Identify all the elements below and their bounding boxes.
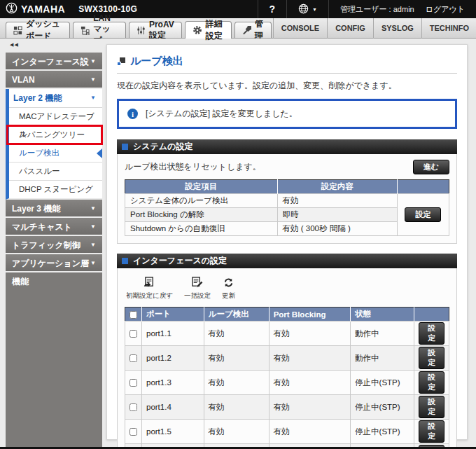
reset-document-icon <box>143 277 156 291</box>
reset-to-default-label: 初期設定に戻す <box>126 291 173 301</box>
row-setting-button[interactable]: 設定 <box>419 396 444 418</box>
system-section-header: システムの設定 <box>117 139 457 154</box>
row-checkbox[interactable] <box>130 354 137 362</box>
port-name: port1.1 <box>142 322 204 346</box>
row-setting-button[interactable]: 設定 <box>419 322 444 345</box>
tab-lanmap[interactable]: LANマップ <box>73 22 126 38</box>
page-description: 現在の設定内容を表示しています。設定の追加、変更、削除ができます。 <box>117 80 457 92</box>
loop-value: 有効 <box>204 371 269 395</box>
info-icon: i <box>127 109 138 119</box>
row-setting-button[interactable]: 設定 <box>419 347 444 369</box>
proceed-button[interactable]: 進む <box>413 160 449 174</box>
system-setting-button[interactable]: 設定 <box>405 207 441 222</box>
chevron-down-icon: ▼ <box>90 254 96 272</box>
row-setting-button[interactable]: 設定 <box>419 420 444 443</box>
row-checkbox[interactable] <box>130 428 137 436</box>
content-panel: ループ検出 現在の設定内容を表示しています。設定の追加、変更、削除ができます。 … <box>106 44 468 440</box>
refresh-icon <box>223 277 234 291</box>
sidebar-item-passthrough[interactable]: パススルー <box>9 162 102 180</box>
col-status: 状態 <box>351 308 414 322</box>
sidebar-group-layer3-label: Layer 3 機能 <box>12 204 60 214</box>
tab-dashboard[interactable]: ダッシュボード <box>6 22 70 38</box>
syslog-link[interactable]: SYSLOG <box>373 18 421 39</box>
chevron-down-icon: ▼ <box>312 7 317 12</box>
help-button[interactable]: ? <box>270 4 276 15</box>
row-checkbox[interactable] <box>130 403 137 411</box>
yamaha-logo-icon <box>6 2 18 17</box>
port-name: port1.5 <box>142 420 204 444</box>
language-selector[interactable]: ▼ <box>298 4 317 15</box>
tab-advanced-label: 詳細設定 <box>206 18 224 42</box>
page-title-text: ループ検出 <box>130 55 183 68</box>
gear-icon <box>192 25 202 35</box>
port-name: port1.4 <box>142 395 204 420</box>
page-title-squares-icon <box>117 57 125 66</box>
sidebar-group-interface[interactable]: インターフェース設定 ▼ <box>6 53 102 71</box>
row-checkbox[interactable] <box>130 330 137 338</box>
select-all-cell <box>125 308 142 322</box>
table-row: port1.5 有効 有効 停止中(STP) 設定 <box>125 420 449 444</box>
user-segment: 管理ユーザー : admin ログアウト <box>328 0 476 18</box>
sidebar-group-vlan[interactable]: VLAN ▼ <box>6 71 102 89</box>
config-link[interactable]: CONFIG <box>327 18 373 39</box>
sidebar-group-traffic[interactable]: トラフィック制御 ▼ <box>6 236 102 254</box>
page-body: ◀◀ インターフェース設定 ▼ VLAN ▼ Layer 2 機能 ▼ MACア… <box>0 39 476 447</box>
logout-link[interactable]: ログアウト <box>426 4 465 15</box>
reset-to-default-button[interactable]: 初期設定に戻す <box>126 277 173 301</box>
sidebar-collapse-button[interactable]: ◀◀ <box>10 42 19 48</box>
sidebar-item-passthrough-label: パススルー <box>19 167 60 175</box>
chevron-down-icon: ▼ <box>90 200 96 218</box>
dashboard-icon <box>13 26 22 35</box>
main-tab-bar: ダッシュボード LANマップ ProAV設定 詳細設定 管 理 <box>0 18 476 39</box>
blocking-value: 有効 <box>269 371 350 395</box>
page-title: ループ検出 <box>117 55 457 74</box>
table-row: port1.2 有効 有効 動作中 設定 <box>125 346 449 371</box>
interface-section-title: インターフェースの設定 <box>133 255 227 267</box>
refresh-button[interactable]: 更新 <box>222 277 235 301</box>
col-actions <box>414 308 449 322</box>
sidebar-item-dhcp-snooping[interactable]: DHCP スヌーピング <box>9 180 102 198</box>
sidebar-group-multicast[interactable]: マルチキャスト ▼ <box>6 218 102 236</box>
system-loop-detection-value: 有効 <box>277 194 397 208</box>
chevron-down-icon: ▼ <box>90 71 96 89</box>
system-section-title: システムの設定 <box>133 141 192 153</box>
interface-table: ポート ループ検出 Port Blocking 状態 port1.1 有効 有効… <box>125 307 449 449</box>
system-section-body: ループ検出状態をリセットします。 進む 設定項目 設定内容 システム全体のループ… <box>117 154 457 244</box>
interface-section-body: 初期設定に戻す 一括設定 更新 <box>117 268 457 449</box>
batch-setting-label: 一括設定 <box>184 291 211 301</box>
interface-section-header: インターフェースの設定 <box>117 254 457 268</box>
tab-proav[interactable]: ProAV設定 <box>129 22 182 38</box>
sidebar-group-application-label: アプリケーション層機能 <box>12 258 89 286</box>
loop-reset-row: ループ検出状態をリセットします。 進む <box>125 160 449 174</box>
sidebar-item-mac-address-table[interactable]: MACアドレステーブル <box>9 107 102 125</box>
console-link[interactable]: CONSOLE <box>273 18 327 39</box>
quick-links: CONSOLE CONFIG SYSLOG TECHINFO <box>273 18 472 38</box>
sidebar-group-application[interactable]: アプリケーション層機能 ▼ <box>6 254 102 272</box>
row-checkbox[interactable] <box>130 379 137 387</box>
col-setting-item: 設定項目 <box>125 180 278 194</box>
lanmap-icon <box>80 26 90 35</box>
status-value: 停止中(STP) <box>351 420 414 444</box>
info-alert-text: [システムの設定] 設定を変更しました。 <box>146 108 298 120</box>
tab-advanced-settings[interactable]: 詳細設定 <box>185 21 232 39</box>
status-value: 動作中 <box>351 346 414 371</box>
col-port-blocking: Port Blocking <box>269 308 350 322</box>
system-setting-cell: 設定 <box>397 194 449 236</box>
interface-toolbar: 初期設定に戻す 一括設定 更新 <box>126 277 449 301</box>
tab-management[interactable]: 管 理 <box>234 22 272 38</box>
brand-name: YAMAHA <box>21 4 65 15</box>
batch-setting-button[interactable]: 一括設定 <box>184 277 211 301</box>
sidebar-item-loop-detection[interactable]: ループ検出 <box>9 144 102 162</box>
sidebar-group-layer2[interactable]: Layer 2 機能 ▼ <box>9 89 102 107</box>
refresh-label: 更新 <box>222 291 235 301</box>
sidebar-group-layer3[interactable]: Layer 3 機能 ▼ <box>6 200 102 218</box>
system-loop-detection-label: システム全体のループ検出 <box>125 194 278 208</box>
select-all-checkbox[interactable] <box>130 311 137 319</box>
row-setting-button[interactable]: 設定 <box>419 371 444 394</box>
sidebar-item-spanning-tree[interactable]: スパニングツリー <box>9 125 102 144</box>
status-value: 停止中(STP) <box>351 395 414 420</box>
top-bar: YAMAHA SWX3100-10G ? ▼ 管理ユーザー : admin ログ… <box>0 0 476 18</box>
techinfo-link[interactable]: TECHINFO <box>421 18 472 39</box>
table-row: port1.4 有効 有効 停止中(STP) 設定 <box>125 395 449 420</box>
chevron-down-icon: ▼ <box>90 236 96 254</box>
